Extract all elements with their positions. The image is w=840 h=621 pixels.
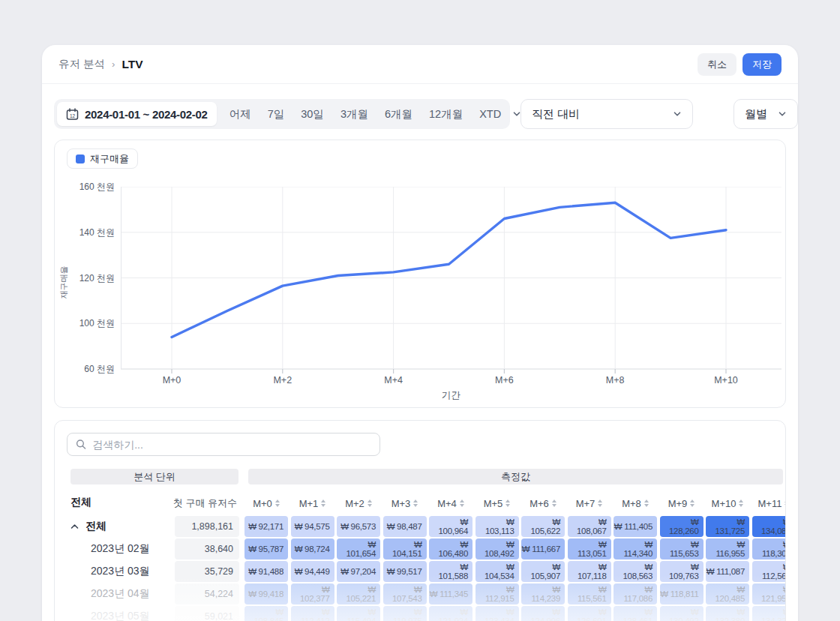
ltv-value-cell: ₩ 105,907 (521, 561, 565, 582)
row-label: 전체 (70, 520, 106, 533)
granularity-select[interactable]: 월별 (734, 99, 798, 129)
save-button[interactable]: 저장 (742, 53, 782, 76)
search-icon (76, 439, 86, 450)
main-card: 유저 분석 › LTV 취소 저장 12 2024-01-01 ~ 2024-0… (42, 45, 798, 621)
sort-icon[interactable] (644, 500, 649, 507)
ltv-value-cell: ₩ 131,725 (706, 516, 749, 537)
first-purchase-users-cell: 35,729 (175, 561, 239, 582)
ltv-value-cell: ₩ 107,543 (383, 584, 427, 604)
breadcrumb: 유저 분석 › LTV (58, 57, 143, 71)
sort-icon[interactable] (690, 500, 694, 507)
group-header-dimension: 분석 단위 (70, 469, 238, 484)
ltv-value-cell: ₩ 95,787 (244, 538, 288, 560)
x-tick-label: M+2 (260, 375, 305, 386)
first-purchase-users-cell: 54,224 (175, 584, 239, 604)
collapse-chevron-icon[interactable] (70, 524, 79, 530)
sort-header-M+1[interactable]: M+1 (290, 494, 336, 512)
sort-icon[interactable] (460, 500, 464, 507)
sort-header-M+11[interactable]: M+11 (751, 494, 787, 512)
sort-header-M+7[interactable]: M+7 (566, 494, 613, 512)
ltv-value-cell: ₩ 107,118 (568, 561, 611, 582)
calendar-icon: 12 (66, 108, 79, 121)
sort-icon[interactable] (506, 500, 510, 507)
ltv-value-cell: ₩ 115,561 (568, 584, 611, 604)
ltv-value-cell: ₩ 117,086 (614, 584, 657, 604)
ltv-value-cell: ₩ 115,494 (337, 606, 380, 621)
ltv-value-cell: ₩ 119,975 (383, 606, 427, 621)
legend-item-repurchase[interactable]: 재구매율 (67, 148, 138, 169)
sort-icon[interactable] (368, 500, 372, 507)
ltv-value-cell: ₩ 120,485 (706, 584, 749, 604)
dimension-column-header: 전체 (70, 496, 92, 509)
sort-icon[interactable] (739, 500, 743, 507)
quick-range-6개월[interactable]: 6개월 (376, 102, 421, 126)
ltv-value-cell: ₩ 132,380 (706, 606, 749, 621)
table-row: 2023년 04월54,224₩ 99,418₩ 102,377₩ 105,22… (55, 583, 785, 605)
ltv-value-cell: ₩ 115,653 (660, 538, 704, 560)
x-axis-title: 기간 (271, 389, 631, 402)
filter-bar: 12 2024-01-01 ~ 2024-02-02 어제7일30일3개월6개월… (54, 99, 786, 129)
ltv-value-cell: ₩ 111,405 (614, 516, 657, 537)
first-purchase-users-cell: 1,898,161 (175, 516, 239, 537)
ltv-value-cell: ₩ 105,221 (337, 584, 380, 604)
compare-select[interactable]: 직전 대비 (520, 99, 693, 129)
sort-header-M+5[interactable]: M+5 (474, 494, 520, 512)
ltv-value-cell: ₩ 108,067 (568, 516, 611, 537)
chevron-down-icon (778, 110, 787, 118)
ltv-value-cell: ₩ 97,204 (337, 561, 380, 582)
y-tick-label: 120 천원 (61, 272, 115, 285)
ltv-value-cell: ₩ 96,573 (337, 516, 380, 537)
sort-icon[interactable] (784, 500, 786, 507)
x-tick-label: M+8 (592, 375, 638, 386)
header-actions: 취소 저장 (698, 53, 782, 76)
row-label: 2023년 03월 (91, 565, 150, 578)
sort-icon[interactable] (413, 500, 418, 507)
ltv-table-card: 분석 단위 측정값 전체 첫 구매 유저수 M+0M+1M+2M+3M+4M+5… (54, 420, 786, 621)
quick-range-30일[interactable]: 30일 (292, 102, 332, 126)
sort-header-M+2[interactable]: M+2 (335, 494, 382, 512)
table-row: 2023년 03월35,729₩ 91,488₩ 94,449₩ 97,204₩… (55, 560, 785, 583)
ltv-value-cell: ₩ 108,845 (244, 606, 288, 621)
sort-icon[interactable] (598, 500, 602, 507)
quick-range-어제[interactable]: 어제 (221, 102, 260, 126)
ltv-value-cell: ₩ 98,487 (383, 516, 427, 537)
sort-header-M+0[interactable]: M+0 (243, 494, 290, 512)
x-tick-label: M+6 (482, 375, 526, 386)
ltv-value-cell: ₩ 101,654 (337, 538, 380, 560)
ltv-value-cell: ₩ 111,345 (429, 584, 472, 604)
sort-header-M+6[interactable]: M+6 (520, 494, 566, 512)
legend-color-swatch (76, 154, 85, 164)
ltv-value-cell: ₩ 124,996 (521, 606, 565, 621)
quick-range-buttons: 어제7일30일3개월6개월12개월XTD (221, 102, 510, 126)
sort-icon[interactable] (552, 500, 556, 507)
sort-header-M+10[interactable]: M+10 (704, 494, 751, 512)
ltv-value-cell: ₩ 126,601 (568, 606, 611, 621)
ltv-value-cell: ₩ 128,260 (660, 516, 704, 537)
ltv-value-cell: ₩ 99,418 (244, 584, 288, 604)
sort-header-M+3[interactable]: M+3 (382, 494, 428, 512)
table-row: 전체1,898,161₩ 92,171₩ 94,575₩ 96,573₩ 98,… (55, 515, 785, 538)
breadcrumb-link-user-analysis[interactable]: 유저 분석 (58, 57, 105, 71)
table-body: 전체1,898,161₩ 92,171₩ 94,575₩ 96,573₩ 98,… (55, 515, 785, 621)
quick-range-12개월[interactable]: 12개월 (421, 102, 471, 126)
x-tick-label: M+4 (371, 375, 416, 386)
breadcrumb-separator-icon: › (112, 58, 115, 70)
quick-range-XTD[interactable]: XTD (471, 102, 509, 126)
quick-range-7일[interactable]: 7일 (260, 102, 293, 126)
svg-text:12: 12 (70, 112, 76, 118)
table-row: 2023년 02월38,640₩ 95,787₩ 98,724₩ 101,654… (55, 538, 785, 560)
ltv-value-cell: ₩ 111,087 (706, 561, 749, 582)
sort-header-M+8[interactable]: M+8 (612, 494, 658, 512)
quick-range-3개월[interactable]: 3개월 (332, 102, 376, 126)
sort-icon[interactable] (275, 500, 280, 507)
y-tick-label: 60 천원 (61, 363, 115, 376)
ltv-value-cell: ₩ 130,492 (660, 606, 704, 621)
sort-icon[interactable] (321, 500, 326, 507)
date-range-input[interactable]: 12 2024-01-01 ~ 2024-02-02 (57, 102, 217, 126)
sort-header-M+9[interactable]: M+9 (658, 494, 705, 512)
sort-header-M+4[interactable]: M+4 (428, 494, 474, 512)
row-label: 2023년 04월 (91, 587, 150, 601)
ltv-value-cell: ₩ 113,051 (568, 538, 611, 560)
cancel-button[interactable]: 취소 (698, 53, 736, 76)
search-input[interactable] (92, 439, 371, 451)
